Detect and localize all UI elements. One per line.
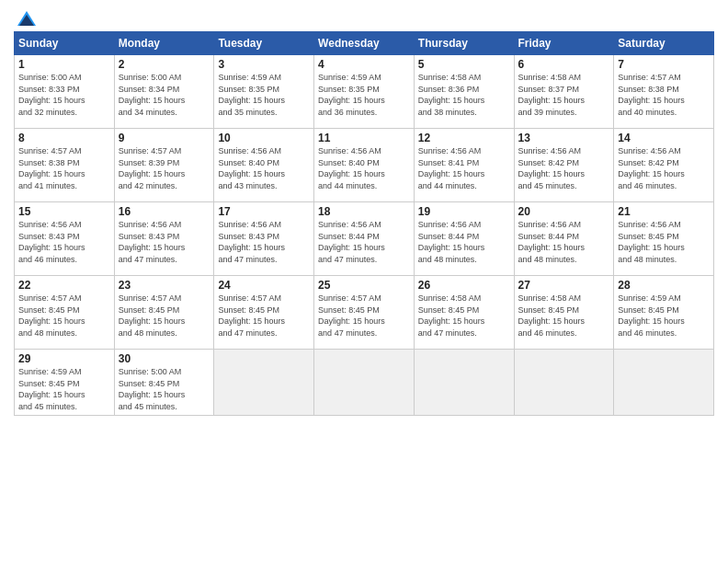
day-info: Sunrise: 4:56 AM Sunset: 8:42 PM Dayligh… (618, 145, 710, 191)
calendar-cell: 18Sunrise: 4:56 AM Sunset: 8:44 PM Dayli… (314, 202, 415, 276)
day-info: Sunrise: 4:57 AM Sunset: 8:45 PM Dayligh… (218, 293, 310, 339)
calendar-cell: 25Sunrise: 4:57 AM Sunset: 8:45 PM Dayli… (314, 276, 415, 350)
calendar-cell: 22Sunrise: 4:57 AM Sunset: 8:45 PM Dayli… (15, 276, 115, 350)
calendar-row-1: 1Sunrise: 5:00 AM Sunset: 8:33 PM Daylig… (15, 55, 714, 129)
day-info: Sunrise: 4:57 AM Sunset: 8:38 PM Dayligh… (618, 72, 710, 118)
calendar-cell: 27Sunrise: 4:58 AM Sunset: 8:45 PM Dayli… (514, 276, 614, 350)
day-info: Sunrise: 4:56 AM Sunset: 8:40 PM Dayligh… (218, 145, 310, 191)
day-number: 15 (18, 205, 110, 218)
day-number: 13 (518, 132, 610, 144)
calendar-cell: 13Sunrise: 4:56 AM Sunset: 8:42 PM Dayli… (514, 129, 614, 202)
day-info: Sunrise: 4:56 AM Sunset: 8:44 PM Dayligh… (318, 219, 410, 265)
day-info: Sunrise: 4:56 AM Sunset: 8:44 PM Dayligh… (518, 219, 610, 265)
day-number: 1 (18, 58, 110, 71)
day-number: 12 (418, 132, 510, 144)
col-header-monday: Monday (114, 32, 214, 55)
day-number: 30 (119, 352, 210, 365)
day-number: 23 (119, 279, 210, 292)
header (14, 9, 714, 26)
calendar-cell: 3Sunrise: 4:59 AM Sunset: 8:35 PM Daylig… (214, 55, 314, 129)
day-number: 18 (318, 205, 410, 218)
calendar-cell: 24Sunrise: 4:57 AM Sunset: 8:45 PM Dayli… (214, 276, 314, 350)
calendar-cell: 16Sunrise: 4:56 AM Sunset: 8:43 PM Dayli… (114, 202, 214, 276)
day-info: Sunrise: 4:57 AM Sunset: 8:39 PM Dayligh… (119, 145, 210, 191)
day-info: Sunrise: 4:58 AM Sunset: 8:45 PM Dayligh… (418, 293, 510, 339)
col-header-saturday: Saturday (614, 32, 714, 55)
day-number: 16 (119, 205, 210, 218)
calendar-cell: 21Sunrise: 4:56 AM Sunset: 8:45 PM Dayli… (614, 202, 714, 276)
calendar-cell: 23Sunrise: 4:57 AM Sunset: 8:45 PM Dayli… (114, 276, 214, 350)
day-info: Sunrise: 4:59 AM Sunset: 8:35 PM Dayligh… (318, 72, 410, 118)
day-number: 29 (18, 352, 110, 365)
day-number: 20 (518, 205, 610, 218)
day-info: Sunrise: 4:57 AM Sunset: 8:45 PM Dayligh… (18, 293, 110, 339)
calendar-row-2: 8Sunrise: 4:57 AM Sunset: 8:38 PM Daylig… (15, 129, 714, 202)
calendar-cell (514, 350, 614, 416)
calendar-table: SundayMondayTuesdayWednesdayThursdayFrid… (14, 31, 714, 416)
calendar-cell (314, 350, 415, 416)
day-number: 27 (518, 279, 610, 292)
day-info: Sunrise: 4:56 AM Sunset: 8:41 PM Dayligh… (418, 145, 510, 191)
calendar-cell: 9Sunrise: 4:57 AM Sunset: 8:39 PM Daylig… (114, 129, 214, 202)
day-number: 11 (318, 132, 410, 144)
logo-icon (16, 9, 38, 31)
day-info: Sunrise: 4:59 AM Sunset: 8:45 PM Dayligh… (18, 366, 110, 412)
day-number: 9 (119, 132, 210, 144)
day-number: 8 (18, 132, 110, 144)
header-row: SundayMondayTuesdayWednesdayThursdayFrid… (15, 32, 714, 55)
day-number: 17 (218, 205, 310, 218)
calendar-cell: 17Sunrise: 4:56 AM Sunset: 8:43 PM Dayli… (214, 202, 314, 276)
calendar-cell: 12Sunrise: 4:56 AM Sunset: 8:41 PM Dayli… (414, 129, 514, 202)
day-number: 22 (18, 279, 110, 292)
day-number: 14 (618, 132, 710, 144)
day-info: Sunrise: 4:58 AM Sunset: 8:37 PM Dayligh… (518, 72, 610, 118)
calendar-cell: 30Sunrise: 5:00 AM Sunset: 8:45 PM Dayli… (114, 350, 214, 416)
day-info: Sunrise: 5:00 AM Sunset: 8:34 PM Dayligh… (119, 72, 210, 118)
day-number: 25 (318, 279, 410, 292)
col-header-friday: Friday (514, 32, 614, 55)
calendar-row-3: 15Sunrise: 4:56 AM Sunset: 8:43 PM Dayli… (15, 202, 714, 276)
day-info: Sunrise: 4:56 AM Sunset: 8:42 PM Dayligh… (518, 145, 610, 191)
day-number: 21 (618, 205, 710, 218)
day-info: Sunrise: 5:00 AM Sunset: 8:45 PM Dayligh… (119, 366, 210, 412)
day-number: 3 (218, 58, 310, 71)
day-number: 24 (218, 279, 310, 292)
col-header-tuesday: Tuesday (214, 32, 314, 55)
day-info: Sunrise: 4:57 AM Sunset: 8:45 PM Dayligh… (318, 293, 410, 339)
day-info: Sunrise: 4:58 AM Sunset: 8:45 PM Dayligh… (518, 293, 610, 339)
day-number: 28 (618, 279, 710, 292)
day-info: Sunrise: 4:56 AM Sunset: 8:43 PM Dayligh… (119, 219, 210, 265)
day-number: 19 (418, 205, 510, 218)
calendar-cell: 19Sunrise: 4:56 AM Sunset: 8:44 PM Dayli… (414, 202, 514, 276)
calendar-cell (214, 350, 314, 416)
calendar-cell: 6Sunrise: 4:58 AM Sunset: 8:37 PM Daylig… (514, 55, 614, 129)
day-info: Sunrise: 4:59 AM Sunset: 8:35 PM Dayligh… (218, 72, 310, 118)
calendar-row-5: 29Sunrise: 4:59 AM Sunset: 8:45 PM Dayli… (15, 350, 714, 416)
day-info: Sunrise: 4:57 AM Sunset: 8:38 PM Dayligh… (18, 145, 110, 191)
calendar-cell: 28Sunrise: 4:59 AM Sunset: 8:45 PM Dayli… (614, 276, 714, 350)
day-info: Sunrise: 4:56 AM Sunset: 8:43 PM Dayligh… (18, 219, 110, 265)
calendar-cell: 26Sunrise: 4:58 AM Sunset: 8:45 PM Dayli… (414, 276, 514, 350)
day-info: Sunrise: 5:00 AM Sunset: 8:33 PM Dayligh… (18, 72, 110, 118)
day-number: 26 (418, 279, 510, 292)
col-header-sunday: Sunday (15, 32, 115, 55)
calendar-cell: 14Sunrise: 4:56 AM Sunset: 8:42 PM Dayli… (614, 129, 714, 202)
calendar-cell: 5Sunrise: 4:58 AM Sunset: 8:36 PM Daylig… (414, 55, 514, 129)
col-header-thursday: Thursday (414, 32, 514, 55)
day-number: 2 (119, 58, 210, 71)
calendar-cell (614, 350, 714, 416)
day-info: Sunrise: 4:56 AM Sunset: 8:45 PM Dayligh… (618, 219, 710, 265)
day-info: Sunrise: 4:56 AM Sunset: 8:43 PM Dayligh… (218, 219, 310, 265)
calendar-cell: 2Sunrise: 5:00 AM Sunset: 8:34 PM Daylig… (114, 55, 214, 129)
page: SundayMondayTuesdayWednesdayThursdayFrid… (0, 0, 728, 563)
day-number: 4 (318, 58, 410, 71)
day-info: Sunrise: 4:58 AM Sunset: 8:36 PM Dayligh… (418, 72, 510, 118)
day-number: 5 (418, 58, 510, 71)
calendar-cell: 10Sunrise: 4:56 AM Sunset: 8:40 PM Dayli… (214, 129, 314, 202)
logo (14, 9, 40, 26)
day-number: 7 (618, 58, 710, 71)
calendar-cell: 15Sunrise: 4:56 AM Sunset: 8:43 PM Dayli… (15, 202, 115, 276)
calendar-cell (414, 350, 514, 416)
calendar-cell: 29Sunrise: 4:59 AM Sunset: 8:45 PM Dayli… (15, 350, 115, 416)
day-number: 6 (518, 58, 610, 71)
